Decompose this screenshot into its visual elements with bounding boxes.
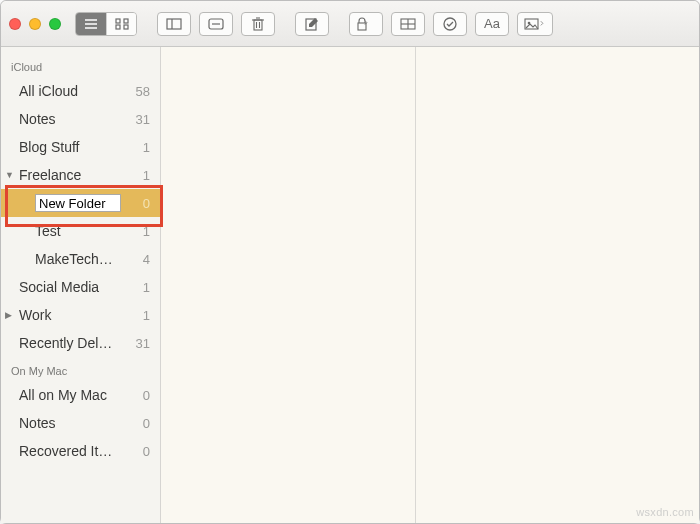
sidebar-item-label: Social Media (19, 279, 99, 295)
sidebar-item-count: 0 (143, 388, 150, 403)
sidebar-item-count: 31 (136, 336, 150, 351)
titlebar: Aa (1, 1, 699, 47)
svg-rect-17 (358, 23, 366, 30)
sidebar-item-maketech[interactable]: MakeTech… 4 (1, 245, 160, 273)
svg-rect-11 (254, 20, 262, 30)
sidebar-item-count: 4 (143, 252, 150, 267)
sidebar-item-label: Work (19, 307, 51, 323)
sidebar-item-label: Notes (19, 415, 56, 431)
checklist-button[interactable] (433, 12, 467, 36)
sidebar-item-count: 0 (143, 444, 150, 459)
content-area: iCloud All iCloud 58 Notes 31 Blog Stuff… (1, 47, 699, 523)
close-icon[interactable] (9, 18, 21, 30)
lock-button[interactable] (349, 12, 383, 36)
sidebar-item-label: All on My Mac (19, 387, 107, 403)
list-view-button[interactable] (76, 13, 106, 35)
sidebar-item-work[interactable]: ▶ Work 1 (1, 301, 160, 329)
sidebar-item-label: MakeTech… (35, 251, 113, 267)
svg-rect-6 (124, 25, 128, 29)
sidebar-item-count: 0 (143, 416, 150, 431)
svg-rect-4 (124, 19, 128, 23)
fullscreen-icon[interactable] (49, 18, 61, 30)
delete-folder-button[interactable] (199, 12, 233, 36)
note-editor-pane[interactable] (416, 47, 699, 523)
sidebar-item-label: All iCloud (19, 83, 78, 99)
sidebar-item-count: 31 (136, 112, 150, 127)
sidebar-item-recovered-items[interactable]: Recovered It… 0 (1, 437, 160, 465)
sidebar-item-blog-stuff[interactable]: Blog Stuff 1 (1, 133, 160, 161)
watermark: wsxdn.com (636, 506, 694, 518)
sidebar-item-test[interactable]: Test 1 (1, 217, 160, 245)
sidebar-item-label: Freelance (19, 167, 81, 183)
disclosure-triangle-icon[interactable]: ▶ (5, 310, 12, 320)
sidebar-item-notes[interactable]: Notes 31 (1, 105, 160, 133)
sidebar-item-freelance[interactable]: ▼ Freelance 1 (1, 161, 160, 189)
svg-rect-3 (116, 19, 120, 23)
minimize-icon[interactable] (29, 18, 41, 30)
sidebar-item-label: Notes (19, 111, 56, 127)
sidebar-item-all-icloud[interactable]: All iCloud 58 (1, 77, 160, 105)
sidebar-item-label: Test (35, 223, 61, 239)
svg-point-21 (444, 18, 456, 30)
sidebar-item-label: Recovered It… (19, 443, 112, 459)
sidebar-item-count: 1 (143, 308, 150, 323)
view-toggle (75, 12, 137, 36)
sidebar-item-local-notes[interactable]: Notes 0 (1, 409, 160, 437)
sidebar-item-social-media[interactable]: Social Media 1 (1, 273, 160, 301)
sidebar-item-label: Recently Del… (19, 335, 112, 351)
window-controls (9, 18, 61, 30)
svg-rect-5 (116, 25, 120, 29)
section-title-icloud: iCloud (1, 53, 160, 77)
sidebar-item-recently-deleted[interactable]: Recently Del… 31 (1, 329, 160, 357)
svg-rect-7 (167, 19, 181, 29)
sidebar-item-count: 0 (143, 196, 150, 211)
folder-name-input[interactable] (35, 194, 121, 212)
format-button[interactable]: Aa (475, 12, 509, 36)
sidebar-item-all-on-my-mac[interactable]: All on My Mac 0 (1, 381, 160, 409)
sidebar-item-count: 1 (143, 140, 150, 155)
media-button[interactable] (517, 12, 553, 36)
sidebar-item-label: Blog Stuff (19, 139, 79, 155)
sidebar: iCloud All iCloud 58 Notes 31 Blog Stuff… (1, 47, 161, 523)
trash-button[interactable] (241, 12, 275, 36)
sidebar-item-count: 58 (136, 84, 150, 99)
format-icon-label: Aa (484, 17, 500, 30)
note-list-pane (161, 47, 416, 523)
sidebar-item-new-folder[interactable]: 0 (1, 189, 160, 217)
sidebar-item-count: 1 (143, 224, 150, 239)
section-title-on-my-mac: On My Mac (1, 357, 160, 381)
attachments-button[interactable] (157, 12, 191, 36)
disclosure-triangle-icon[interactable]: ▼ (5, 170, 14, 180)
grid-view-button[interactable] (106, 13, 136, 35)
sidebar-item-count: 1 (143, 280, 150, 295)
sidebar-item-count: 1 (143, 168, 150, 183)
notes-window: Aa iCloud All iCloud 58 Notes 31 Blog St… (0, 0, 700, 524)
new-note-button[interactable] (295, 12, 329, 36)
table-button[interactable] (391, 12, 425, 36)
